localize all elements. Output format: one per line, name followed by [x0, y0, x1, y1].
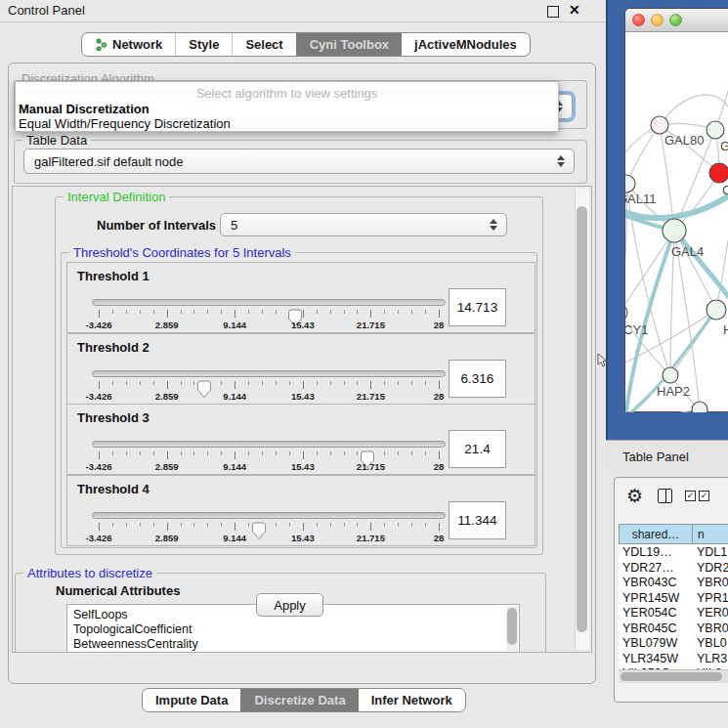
tick-mark	[384, 381, 385, 385]
threshold-panel: Threshold 3-3.4262.8599.14415.4321.71528…	[66, 404, 535, 475]
checkbox-checked-icon[interactable]: ✓	[685, 491, 696, 501]
slider-track[interactable]	[92, 370, 446, 377]
combo-arrows-icon	[489, 218, 497, 232]
float-window-icon[interactable]	[547, 6, 559, 18]
threshold-value-field[interactable]: 14.713	[449, 288, 506, 326]
table-row[interactable]: YBR045CYBR0	[619, 621, 728, 636]
scale-label: 15.43	[291, 320, 315, 330]
tick-mark	[398, 523, 399, 527]
table-row[interactable]: YPR145WYPR1	[619, 590, 728, 606]
network-node[interactable]	[707, 121, 724, 139]
number-of-intervals-value: 5	[231, 218, 237, 233]
slider-track[interactable]	[92, 512, 446, 519]
tab-cyni-toolbox[interactable]: Cyni Toolbox	[296, 33, 402, 56]
scale-label: 21.715	[357, 320, 385, 330]
tick-mark	[289, 451, 290, 455]
tick-mark	[248, 523, 249, 527]
network-node[interactable]	[707, 300, 726, 320]
tick-mark	[411, 310, 412, 314]
network-node[interactable]	[692, 402, 707, 412]
tick-mark	[153, 310, 154, 314]
slider-track[interactable]	[92, 441, 446, 448]
network-node[interactable]	[709, 163, 728, 183]
table-data-combobox[interactable]: galFiltered.sif default node	[23, 149, 575, 174]
tick-mark	[99, 523, 100, 531]
table-hscrollbar[interactable]	[619, 669, 728, 683]
table-header-shared-name[interactable]: shared…	[619, 524, 693, 544]
table-cell-shared-name: YDL19…	[622, 545, 672, 559]
threshold-value-field[interactable]: 6.316	[449, 360, 506, 398]
algorithm-option[interactable]: Equal Width/Frequency Discretization	[19, 116, 231, 131]
scale-label: 9.144	[223, 320, 246, 330]
zoom-traffic-light[interactable]	[669, 14, 682, 26]
tick-mark	[289, 523, 290, 527]
algorithm-option[interactable]: Manual Discretization	[19, 102, 150, 116]
close-icon[interactable]: ✕	[569, 2, 580, 18]
columns-icon[interactable]	[658, 489, 672, 503]
number-of-intervals-combobox[interactable]: 5	[220, 213, 507, 236]
tick-mark	[317, 310, 318, 314]
table-row[interactable]: YER054CYER0	[619, 605, 728, 621]
threshold-slider[interactable]: -3.4262.8599.14415.4321.71528	[92, 436, 446, 473]
network-node-label: GCY1	[625, 322, 648, 337]
threshold-slider[interactable]: -3.4262.8599.14415.4321.71528	[92, 365, 446, 403]
threshold-value-field[interactable]: 11.344	[449, 501, 506, 539]
tab-select[interactable]: Select	[232, 33, 295, 56]
minimize-traffic-light[interactable]	[651, 14, 664, 26]
threshold-label: Threshold 1	[77, 269, 150, 283]
network-window-titlebar[interactable]	[625, 9, 728, 32]
attributes-title: Attributes to discretize	[23, 566, 156, 580]
tick-mark	[167, 523, 168, 531]
table-row[interactable]: YBR043CYBR0	[619, 575, 728, 590]
tab-label: Discretize Data	[254, 693, 345, 707]
table-row[interactable]: YDR27…YDR2	[619, 560, 728, 576]
network-canvas[interactable]: GAL80GCGAL11GAL4GCY1HHAP2	[625, 30, 728, 412]
threshold-label: Threshold 3	[77, 410, 150, 425]
threshold-slider[interactable]: -3.4262.8599.14415.4321.71528	[92, 507, 446, 544]
network-node[interactable]	[625, 175, 635, 193]
table-cell-shared-name: YER054C	[622, 606, 677, 620]
tick-mark	[126, 310, 127, 314]
table-row[interactable]: YLR345WYLR3	[619, 651, 728, 666]
tab-style[interactable]: Style	[175, 33, 232, 56]
tab-discretize-data[interactable]: Discretize Data	[240, 689, 358, 711]
network-node[interactable]	[663, 219, 686, 242]
apply-button[interactable]: Apply	[256, 593, 323, 617]
threshold-slider[interactable]: -3.4262.8599.14415.4321.71528	[92, 294, 446, 331]
tick-mark	[317, 381, 318, 385]
tab-jactivemnodules[interactable]: jActiveMNodules	[402, 33, 530, 56]
network-node[interactable]	[663, 367, 678, 383]
table-row[interactable]: YBL079WYBL0	[619, 635, 728, 651]
slider-track[interactable]	[92, 299, 446, 306]
table-header-name[interactable]: n	[692, 524, 728, 544]
network-node[interactable]	[651, 116, 668, 134]
screenshot-root: Control Panel ✕ NetworkStyleSelectCyni T…	[0, 0, 728, 728]
tab-label: Cyni Toolbox	[310, 37, 389, 52]
network-node[interactable]	[625, 305, 627, 321]
attribute-list-item[interactable]: TopologicalCoefficient	[67, 622, 519, 637]
settings-scrollbar-thumb[interactable]	[577, 206, 587, 632]
scale-label: 15.43	[291, 391, 315, 402]
slider-ticks	[99, 451, 439, 460]
settings-scrollbar[interactable]	[575, 189, 589, 650]
slider-scale-labels: -3.4262.8599.14415.4321.71528	[99, 320, 439, 330]
network-node-label: H	[723, 322, 728, 337]
table-data-title: Table Data	[22, 133, 91, 148]
tick-mark	[112, 523, 113, 527]
close-traffic-light[interactable]	[632, 14, 645, 26]
cyni-mode-tabbar: Impute DataDiscretize DataInfer Network	[142, 688, 466, 712]
threshold-value-field[interactable]: 21.4	[449, 430, 506, 468]
scale-label: 9.144	[223, 461, 246, 472]
tab-impute-data[interactable]: Impute Data	[143, 689, 240, 711]
checkbox-checked-icon[interactable]: ✓	[699, 491, 709, 501]
tab-infer-network[interactable]: Infer Network	[359, 689, 465, 711]
table-row[interactable]: YDL19…YDL1	[619, 544, 728, 560]
gear-icon[interactable]: ⚙	[626, 487, 643, 505]
tick-mark	[235, 381, 236, 389]
tick-mark	[317, 451, 318, 455]
tick-mark	[384, 523, 385, 527]
tab-network[interactable]: Network	[82, 33, 175, 56]
attribute-list-item[interactable]: BetweennessCentrality	[67, 637, 519, 652]
scale-label: -3.426	[86, 461, 112, 472]
list-scrollbar[interactable]	[506, 606, 518, 653]
